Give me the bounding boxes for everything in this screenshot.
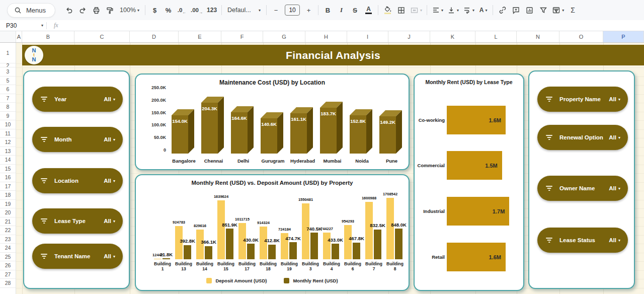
column-header-n[interactable]: N (517, 31, 559, 42)
italic-button[interactable]: I (335, 4, 348, 17)
decrease-font-size-button[interactable]: − (269, 4, 283, 17)
row-header-6[interactable]: 6 (0, 85, 16, 94)
row-header-25[interactable]: 25 (0, 253, 16, 262)
text-rotation-button[interactable]: A ▾ (476, 4, 490, 17)
filter-button-tenant-name[interactable]: Tenant NameAll▾ (32, 244, 123, 269)
column-header-p[interactable]: P (603, 31, 644, 42)
row-header-9[interactable]: 9 (0, 112, 16, 121)
column-header-j[interactable]: J (388, 31, 430, 42)
filter-button-lease-status[interactable]: Lease StatusAll▾ (537, 228, 628, 253)
insert-link-button[interactable] (496, 4, 509, 17)
functions-button[interactable]: Σ (566, 4, 580, 17)
increase-decimal-button[interactable]: .00→ (189, 4, 205, 17)
redo-button[interactable] (76, 4, 90, 17)
row-header-7[interactable]: 7 (0, 94, 16, 103)
caret-down-icon: ▾ (485, 8, 487, 13)
row-header-15[interactable]: 15 (0, 165, 16, 174)
fill-color-button[interactable] (381, 4, 394, 17)
insert-chart-button[interactable] (523, 4, 536, 17)
row-header-19[interactable]: 19 (0, 200, 16, 209)
row-header-12[interactable]: 12 (0, 138, 16, 147)
row-header-13[interactable]: 13 (0, 147, 16, 156)
row-header-17[interactable]: 17 (0, 182, 16, 191)
strikethrough-button[interactable]: S (348, 4, 362, 17)
filter-button-location[interactable]: LocationAll▾ (32, 168, 123, 193)
print-button[interactable] (90, 4, 103, 17)
name-box[interactable]: P30 ▾ (0, 22, 46, 29)
column-header-o[interactable]: O (559, 31, 603, 42)
row-header-22[interactable]: 22 (0, 226, 16, 235)
row-header-26[interactable]: 26 (0, 261, 16, 270)
row-header-8[interactable]: 8 (0, 103, 16, 112)
menus-search[interactable]: Menus (7, 3, 55, 18)
row-header-23[interactable]: 23 (0, 235, 16, 244)
merge-cells-button[interactable]: ▾ (408, 4, 424, 17)
chart-icon (525, 6, 534, 15)
column-header-g[interactable]: G (263, 31, 305, 42)
row-header-11[interactable]: 11 (0, 129, 16, 138)
maintenance-cost-chart[interactable]: Maintenance Cost (USD) by Location 250.0… (135, 74, 410, 170)
row-header-21[interactable]: 21 (0, 217, 16, 227)
bold-button[interactable]: B (321, 4, 335, 17)
bar-side-face (277, 112, 283, 154)
create-filter-button[interactable] (536, 4, 550, 17)
row-header-27[interactable]: 27 (0, 270, 16, 279)
column-header-a[interactable]: A (16, 31, 22, 42)
rent-bar-building-1 (163, 258, 170, 259)
bar-co-working: 1.6M (447, 106, 506, 134)
filter-button-property-name[interactable]: Property NameAll▾ (537, 87, 628, 112)
zoom-selector[interactable]: 100%▾ (117, 4, 142, 17)
column-header-h[interactable]: H (305, 31, 347, 42)
filter-button-lease-type[interactable]: Lease TypeAll▾ (32, 208, 123, 234)
column-header-c[interactable]: C (74, 31, 130, 42)
row-header-14[interactable]: 14 (0, 156, 16, 165)
undo-button[interactable] (62, 4, 76, 17)
format-percent-button[interactable]: % (162, 4, 175, 17)
decrease-decimal-button[interactable]: .0← (175, 4, 189, 17)
column-header-l[interactable]: L (475, 31, 517, 42)
filter-button-owner-name[interactable]: Owner NameAll▾ (537, 176, 628, 201)
spreadsheet-grid[interactable]: N t N Financial Analysis YearAll▾MonthAl… (0, 43, 644, 294)
rent-bar-building-4 (332, 244, 339, 259)
font-size-input[interactable]: 10 (285, 5, 300, 16)
formula-bar-divider (46, 22, 47, 29)
filter-views-button[interactable]: ▾ (550, 4, 566, 17)
row-header-5[interactable]: 5 (0, 77, 16, 86)
filter-button-month[interactable]: MonthAll▾ (32, 127, 123, 152)
text-wrap-button[interactable]: ▾ (461, 4, 476, 17)
row-header-28[interactable]: 28 (0, 279, 16, 288)
borders-button[interactable] (394, 4, 408, 17)
x-axis-label: Building17 (236, 262, 258, 271)
column-header-f[interactable]: F (221, 31, 263, 42)
row-header-16[interactable]: 16 (0, 173, 16, 182)
font-family-selector[interactable]: Defaul...▾ (224, 4, 264, 17)
row-header-10[interactable]: 10 (0, 120, 16, 129)
column-header-e[interactable]: E (179, 31, 221, 42)
more-formats-button[interactable]: 123 (205, 4, 219, 17)
insert-comment-button[interactable] (509, 4, 523, 17)
row-header-2[interactable]: 2 (0, 63, 16, 67)
row-header-1[interactable]: 1 (0, 43, 16, 63)
rent-bar-building-18 (268, 245, 276, 259)
rent-vs-deposit-chart[interactable]: Monthly Rent (USD) vs. Deposit Amount (U… (135, 174, 410, 291)
row-header-20[interactable]: 20 (0, 208, 16, 217)
text-color-button[interactable]: A (362, 4, 375, 17)
filter-button-renewal-option[interactable]: Renewal OptionAll▾ (537, 125, 628, 150)
horizontal-align-button[interactable]: ▾ (430, 4, 445, 17)
format-currency-button[interactable]: $ (148, 4, 162, 17)
column-header-i[interactable]: I (347, 31, 388, 42)
row-header-18[interactable]: 18 (0, 191, 16, 200)
bar-side-face (396, 110, 402, 154)
rent-by-lease-type-chart[interactable]: Monthly Rent (USD) by Lease Type 1.6MCo-… (414, 74, 524, 291)
vertical-align-button[interactable]: ▾ (445, 4, 461, 17)
row-header-24[interactable]: 24 (0, 244, 16, 253)
column-header-d[interactable]: D (130, 31, 179, 42)
column-header-k[interactable]: K (430, 31, 475, 42)
increase-font-size-button[interactable]: + (302, 4, 315, 17)
row-header-3[interactable]: 3 (0, 67, 16, 77)
column-header-b[interactable]: B (22, 31, 74, 42)
select-all-corner[interactable] (0, 31, 16, 42)
paint-format-button[interactable] (103, 4, 117, 17)
filter-button-year[interactable]: YearAll▾ (32, 87, 123, 112)
legend-label: Monthly Rent (USD) (293, 278, 338, 283)
